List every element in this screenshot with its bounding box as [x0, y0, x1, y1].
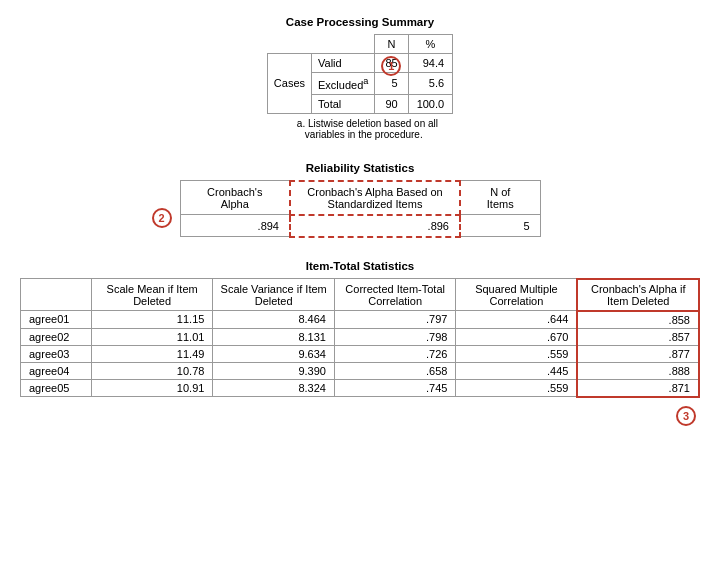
its-cell-4-0: agree05 — [21, 379, 92, 397]
cps-valid-pct: 94.4 — [408, 54, 453, 73]
its-cell-2-4: .559 — [456, 345, 578, 362]
cps-total-n: 90 — [375, 94, 408, 113]
its-cell-3-2: 9.390 — [213, 362, 335, 379]
its-row-agree05: agree0510.918.324.745.559.871 — [21, 379, 700, 397]
its-cell-1-1: 11.01 — [91, 328, 213, 345]
its-cell-4-3: .745 — [334, 379, 456, 397]
annotation-3: 3 — [676, 406, 696, 426]
its-cell-1-3: .798 — [334, 328, 456, 345]
cps-valid-n: 85 1 — [375, 54, 408, 73]
its-title: Item-Total Statistics — [20, 260, 700, 272]
its-cell-3-3: .658 — [334, 362, 456, 379]
its-cell-3-5: .888 — [577, 362, 699, 379]
cps-excluded-label: Excludeda — [312, 73, 375, 95]
its-row-agree01: agree0111.158.464.797.644.858 — [21, 311, 700, 329]
its-header-col5: Cronbach's Alpha if Item Deleted — [577, 279, 699, 311]
its-cell-1-2: 8.131 — [213, 328, 335, 345]
its-header-col5-text: Cronbach's Alpha if Item Deleted — [591, 283, 685, 307]
its-cell-0-2: 8.464 — [213, 311, 335, 329]
cps-total-label: Total — [312, 94, 375, 113]
its-table: Scale Mean if Item Deleted Scale Varianc… — [20, 278, 700, 398]
its-cell-0-3: .797 — [334, 311, 456, 329]
item-total-statistics-section: Item-Total Statistics Scale Mean if Item… — [20, 260, 700, 398]
cps-footnote-line2: variables in the procedure. — [305, 129, 423, 140]
rs-table-container: 2 Cronbach's Alpha Cronbach's Alpha Base… — [180, 180, 541, 238]
cps-header-n: N — [375, 35, 408, 54]
rs-val2: .896 — [290, 215, 460, 237]
cps-footnote: a. Listwise deletion based on all variab… — [297, 118, 453, 140]
rs-val1: .894 — [180, 215, 290, 237]
reliability-statistics-section: Reliability Statistics 2 Cronbach's Alph… — [20, 162, 700, 238]
rs-title: Reliability Statistics — [20, 162, 700, 174]
its-cell-0-0: agree01 — [21, 311, 92, 329]
its-header-empty — [21, 279, 92, 311]
its-cell-4-1: 10.91 — [91, 379, 213, 397]
its-row-agree02: agree0211.018.131.798.670.857 — [21, 328, 700, 345]
cps-total-pct: 100.0 — [408, 94, 453, 113]
its-cell-2-2: 9.634 — [213, 345, 335, 362]
rs-val3: 5 — [460, 215, 540, 237]
its-cell-4-2: 8.324 — [213, 379, 335, 397]
annotation-2: 2 — [152, 208, 172, 228]
rs-header-col2: Cronbach's Alpha Based on Standardized I… — [290, 181, 460, 215]
its-cell-4-4: .559 — [456, 379, 578, 397]
its-cell-2-3: .726 — [334, 345, 456, 362]
its-row-agree04: agree0410.789.390.658.445.888 — [21, 362, 700, 379]
cps-empty2 — [312, 35, 375, 54]
its-cell-1-0: agree02 — [21, 328, 92, 345]
rs-header-col3: N of Items — [460, 181, 540, 215]
cps-empty1 — [267, 35, 311, 54]
its-cell-0-5: .858 — [577, 311, 699, 329]
cps-excluded-pct: 5.6 — [408, 73, 453, 95]
cps-valid-label: Valid — [312, 54, 375, 73]
its-cell-3-4: .445 — [456, 362, 578, 379]
cps-footnote-line1: a. Listwise deletion based on all — [297, 118, 438, 129]
cps-cases-label: Cases — [267, 54, 311, 114]
its-cell-0-4: .644 — [456, 311, 578, 329]
its-tbody: agree0111.158.464.797.644.858agree0211.0… — [21, 311, 700, 397]
its-cell-2-1: 11.49 — [91, 345, 213, 362]
its-cell-2-0: agree03 — [21, 345, 92, 362]
cps-table: N % Cases Valid 85 1 94.4 — [267, 34, 453, 114]
its-header-col4: Squared Multiple Correlation — [456, 279, 578, 311]
its-cell-1-4: .670 — [456, 328, 578, 345]
its-header-col3: Corrected Item-Total Correlation — [334, 279, 456, 311]
cps-title: Case Processing Summary — [20, 16, 700, 28]
cps-table-container: N % Cases Valid 85 1 94.4 — [267, 34, 453, 140]
its-header-col2: Scale Variance if Item Deleted — [213, 279, 335, 311]
its-cell-3-0: agree04 — [21, 362, 92, 379]
rs-header-col1: Cronbach's Alpha — [180, 181, 290, 215]
case-processing-summary-section: Case Processing Summary N % Cases Valid — [20, 16, 700, 140]
its-cell-0-1: 11.15 — [91, 311, 213, 329]
its-table-container: Scale Mean if Item Deleted Scale Varianc… — [20, 278, 700, 398]
its-cell-4-5: .871 — [577, 379, 699, 397]
its-cell-3-1: 10.78 — [91, 362, 213, 379]
its-header-col1: Scale Mean if Item Deleted — [91, 279, 213, 311]
its-cell-1-5: .857 — [577, 328, 699, 345]
its-cell-2-5: .877 — [577, 345, 699, 362]
cps-header-pct: % — [408, 35, 453, 54]
its-row-agree03: agree0311.499.634.726.559.877 — [21, 345, 700, 362]
rs-table: Cronbach's Alpha Cronbach's Alpha Based … — [180, 180, 541, 238]
